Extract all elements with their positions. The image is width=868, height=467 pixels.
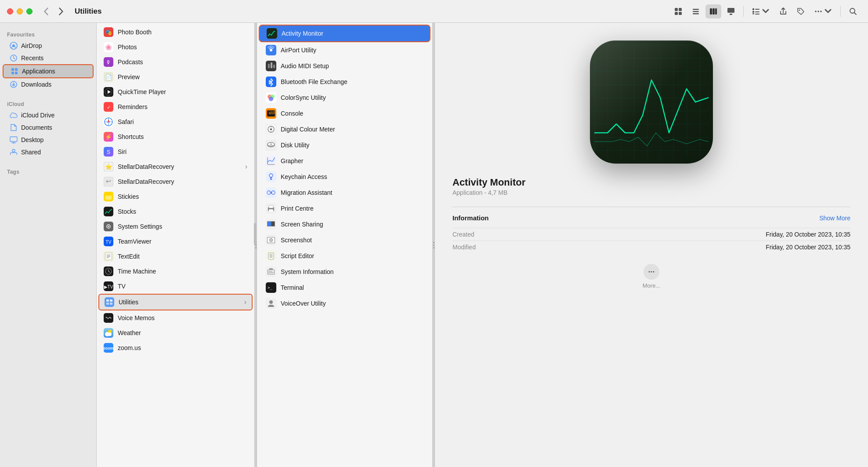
util-item-colorsync[interactable]: ColorSync Utility xyxy=(259,90,430,106)
util-label: Script Editor xyxy=(281,252,314,259)
list-item[interactable]: ⭐ StellarDataRecovery xyxy=(97,159,254,174)
list-item[interactable]: 📄 Preview xyxy=(97,69,254,84)
list-item[interactable]: ↩ StellarDataRecovery xyxy=(97,174,254,189)
list-item[interactable]: TV TeamViewer xyxy=(97,234,254,249)
util-item-console[interactable]: WARN Console xyxy=(259,106,430,121)
modified-label: Modified xyxy=(452,244,476,251)
util-item-script-editor[interactable]: Script Editor xyxy=(259,248,430,264)
voice-memos-icon xyxy=(104,313,113,323)
view-grid-button[interactable] xyxy=(670,4,686,18)
created-value: Friday, 20 October 2023, 10:35 xyxy=(766,231,850,238)
util-item-disk[interactable]: Disk Utility xyxy=(259,137,430,153)
forward-button[interactable] xyxy=(56,6,66,17)
sidebar-item-airdrop[interactable]: AirDrop xyxy=(3,40,94,52)
util-label: Audio MIDI Setup xyxy=(281,62,329,69)
migration-icon xyxy=(266,187,276,198)
list-item[interactable]: Safari xyxy=(97,114,254,129)
list-item[interactable]: S Siri xyxy=(97,144,254,159)
util-item-bluetooth[interactable]: Bluetooth File Exchange xyxy=(259,74,430,90)
list-item[interactable]: ▶TV TV xyxy=(97,279,254,294)
svg-rect-149 xyxy=(268,271,272,272)
app-name: Activity Monitor xyxy=(452,177,850,188)
view-list-button[interactable] xyxy=(688,4,704,18)
podcasts-icon: 🎙 xyxy=(104,57,113,67)
share-button[interactable] xyxy=(775,4,791,18)
favourites-label: Favourites xyxy=(0,28,96,40)
bluetooth-icon xyxy=(266,77,276,87)
close-button[interactable] xyxy=(7,8,13,15)
list-item-utilities[interactable]: Utilities xyxy=(98,294,253,310)
list-item[interactable]: TextEdit xyxy=(97,249,254,264)
sidebar-desktop-label: Desktop xyxy=(21,136,43,143)
list-item[interactable]: System Settings xyxy=(97,219,254,234)
info-row-created: Created Friday, 20 October 2023, 10:35 xyxy=(452,228,850,241)
screen-sharing-icon xyxy=(266,219,276,230)
util-item-activity-monitor[interactable]: Activity Monitor xyxy=(259,25,430,42)
back-button[interactable] xyxy=(41,6,51,17)
sidebar: Favourites AirDrop Recents Applications xyxy=(0,23,97,467)
fullscreen-button[interactable] xyxy=(26,8,33,15)
svg-rect-82 xyxy=(106,299,109,302)
svg-rect-150 xyxy=(268,272,274,273)
svg-point-96 xyxy=(270,49,272,51)
util-item-audio-midi[interactable]: Audio MIDI Setup xyxy=(259,58,430,74)
sidebar-item-recents[interactable]: Recents xyxy=(3,52,94,64)
svg-text:🎭: 🎭 xyxy=(105,29,112,36)
util-item-airport[interactable]: AirPort Utility xyxy=(259,42,430,58)
util-item-screen-sharing[interactable]: Screen Sharing xyxy=(259,216,430,232)
photo-booth-icon: 🎭 xyxy=(104,27,113,37)
svg-rect-13 xyxy=(752,11,754,13)
util-item-grapher[interactable]: Grapher xyxy=(259,153,430,169)
show-more-link[interactable]: Show More xyxy=(819,215,850,222)
list-item[interactable]: zoom zoom.us xyxy=(97,340,254,355)
list-item[interactable]: Time Machine xyxy=(97,264,254,279)
svg-point-20 xyxy=(817,11,819,12)
list-item[interactable]: ✓ Reminders xyxy=(97,99,254,114)
group-by-button[interactable] xyxy=(748,4,774,18)
sidebar-item-shared[interactable]: Shared xyxy=(3,146,94,158)
sidebar-item-desktop[interactable]: Desktop xyxy=(3,134,94,146)
sidebar-item-applications[interactable]: Applications xyxy=(3,64,94,78)
svg-rect-86 xyxy=(104,313,113,323)
util-item-voiceover[interactable]: VoiceOver Utility xyxy=(259,296,430,311)
util-item-screenshot[interactable]: Screenshot xyxy=(259,232,430,248)
util-item-keychain[interactable]: Keychain Access xyxy=(259,169,430,185)
photos-icon: 🌸 xyxy=(104,42,113,52)
svg-rect-9 xyxy=(715,8,717,15)
list-item[interactable]: Stocks xyxy=(97,204,254,219)
reminders-icon: ✓ xyxy=(104,102,113,112)
svg-rect-99 xyxy=(271,62,272,68)
safari-icon xyxy=(104,117,113,127)
search-button[interactable] xyxy=(845,4,861,18)
util-item-print[interactable]: Print Centre xyxy=(259,201,430,216)
view-gallery-button[interactable] xyxy=(723,4,739,18)
util-item-terminal[interactable]: >_ Terminal xyxy=(259,280,430,296)
svg-point-159 xyxy=(653,271,655,273)
list-item[interactable]: QuickTime Player xyxy=(97,84,254,99)
terminal-icon: >_ xyxy=(266,282,276,293)
more-circle-button[interactable] xyxy=(644,264,659,280)
svg-rect-16 xyxy=(755,11,760,12)
view-columns-button[interactable] xyxy=(705,4,721,18)
sidebar-item-icloud-drive[interactable]: iCloud Drive xyxy=(3,109,94,121)
tag-button[interactable] xyxy=(793,4,809,18)
more-section: More... xyxy=(452,264,850,289)
svg-rect-81 xyxy=(105,297,114,307)
list-item[interactable]: Voice Memos xyxy=(97,310,254,325)
resize-handle-2[interactable] xyxy=(433,23,435,467)
list-item[interactable]: 🌸 Photos xyxy=(97,40,254,55)
svg-rect-84 xyxy=(106,303,109,305)
list-item[interactable]: 🎭 Photo Booth xyxy=(97,25,254,40)
list-item[interactable]: ⚡ Shortcuts xyxy=(97,129,254,144)
list-item[interactable]: Stickies xyxy=(97,189,254,204)
more-button[interactable] xyxy=(810,4,836,18)
sidebar-item-downloads[interactable]: Downloads xyxy=(3,78,94,91)
minimize-button[interactable] xyxy=(17,8,23,15)
toolbar-icons xyxy=(670,4,861,18)
util-item-system-info[interactable]: System Information xyxy=(259,264,430,280)
list-item[interactable]: 🎙 Podcasts xyxy=(97,55,254,69)
list-item[interactable]: Weather xyxy=(97,325,254,340)
util-item-digital-colour[interactable]: Digital Colour Meter xyxy=(259,121,430,137)
util-item-migration[interactable]: Migration Assistant xyxy=(259,185,430,201)
sidebar-item-documents[interactable]: Documents xyxy=(3,121,94,134)
